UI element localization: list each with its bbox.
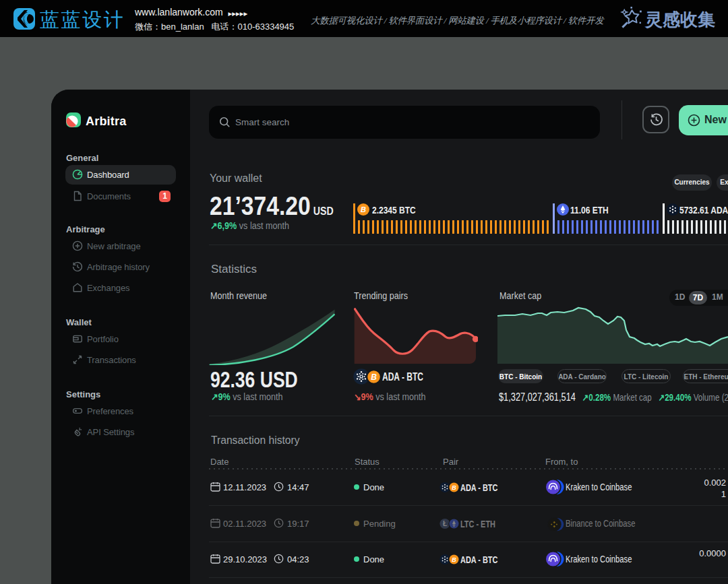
svg-text:B: B: [361, 205, 366, 214]
svg-text:B: B: [371, 372, 377, 382]
svg-text:Ł: Ł: [443, 520, 447, 527]
svg-text:B: B: [452, 484, 456, 491]
svg-text:B: B: [452, 556, 456, 563]
